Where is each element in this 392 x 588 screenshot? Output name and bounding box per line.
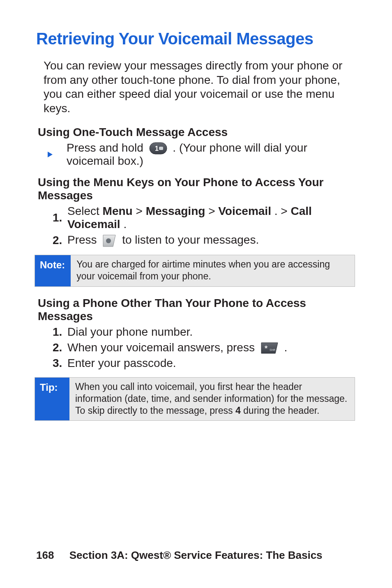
note-body: You are charged for airtime minutes when… — [71, 255, 355, 286]
step-number: 3. — [53, 357, 67, 370]
heading-other-phone: Using a Phone Other Than Your Phone to A… — [36, 297, 356, 323]
text-fragment: during the header. — [243, 405, 319, 416]
list-item: 3. Enter your passcode. — [53, 357, 356, 370]
list-item: 1. Select Menu > Messaging > Voicemail .… — [53, 205, 356, 231]
step-text: Press to listen to your messages. — [67, 233, 259, 247]
svg-point-3 — [106, 238, 111, 243]
step-number: 1. — [53, 211, 67, 224]
step-number: 2. — [53, 341, 67, 354]
text-fragment: . — [284, 341, 288, 354]
text-fragment: to listen to your messages. — [122, 233, 259, 246]
step-number: 1. — [53, 325, 67, 339]
one-touch-text: Press and hold 1 . (Your phone will dial… — [67, 141, 356, 168]
tip-callout: Tip: When you call into voicemail, you f… — [35, 377, 355, 421]
step-text: Select Menu > Messaging > Voicemail . > … — [67, 205, 356, 231]
key-talk-icon — [102, 234, 116, 247]
page-number: 168 — [36, 549, 54, 561]
text-fragment: . > — [274, 205, 291, 217]
step-text: When your voicemail answers, press * Shi… — [67, 341, 287, 355]
menu-path-item: Menu — [103, 205, 133, 217]
tip-label: Tip: — [35, 378, 69, 420]
text-fragment: When your voicemail answers, press — [67, 341, 258, 354]
note-callout: Note: You are charged for airtime minute… — [35, 255, 355, 287]
text-fragment: Select — [67, 205, 103, 217]
text-fragment: . — [123, 218, 127, 231]
menu-path-item: Messaging — [146, 205, 205, 217]
heading-one-touch: Using One-Touch Message Access — [36, 126, 356, 139]
key-1-icon: 1 — [149, 142, 167, 154]
arrow-right-icon — [48, 152, 53, 157]
svg-text:*: * — [265, 344, 267, 353]
key-star-icon: * Shift — [261, 342, 279, 354]
svg-text:Shift: Shift — [270, 348, 275, 351]
note-label: Note: — [35, 255, 71, 286]
list-item: 2. When your voicemail answers, press * — [53, 341, 356, 355]
page-title: Retrieving Your Voicemail Messages — [36, 30, 356, 48]
list-item: 2. Press to listen — [53, 233, 356, 247]
menu-path-item: Voicemail — [218, 205, 271, 217]
heading-menu-keys: Using the Menu Keys on Your Phone to Acc… — [36, 176, 356, 202]
step-number: 2. — [53, 234, 67, 247]
one-touch-step: Press and hold 1 . (Your phone will dial… — [36, 141, 356, 168]
tip-body: When you call into voicemail, you first … — [69, 378, 355, 420]
step-text: Enter your passcode. — [67, 357, 176, 370]
svg-rect-2 — [159, 147, 163, 150]
list-item: 1. Dial your phone number. — [53, 325, 356, 339]
svg-text:1: 1 — [155, 145, 159, 152]
text-fragment: Press — [67, 233, 100, 246]
other-phone-steps: 1. Dial your phone number. 2. When your … — [36, 325, 356, 370]
text-fragment: Press and hold — [67, 141, 147, 154]
text-fragment: > — [136, 205, 146, 217]
menu-steps-list: 1. Select Menu > Messaging > Voicemail .… — [36, 205, 356, 247]
key-number: 4 — [235, 405, 241, 416]
intro-paragraph: You can review your messages directly fr… — [36, 59, 356, 116]
text-fragment: > — [208, 205, 218, 217]
page-footer: 168 Section 3A: Qwest® Service Features:… — [36, 549, 323, 562]
manual-page: Retrieving Your Voicemail Messages You c… — [0, 0, 392, 588]
step-text: Dial your phone number. — [67, 325, 193, 339]
section-label: Section 3A: Qwest® Service Features: The… — [69, 549, 323, 561]
